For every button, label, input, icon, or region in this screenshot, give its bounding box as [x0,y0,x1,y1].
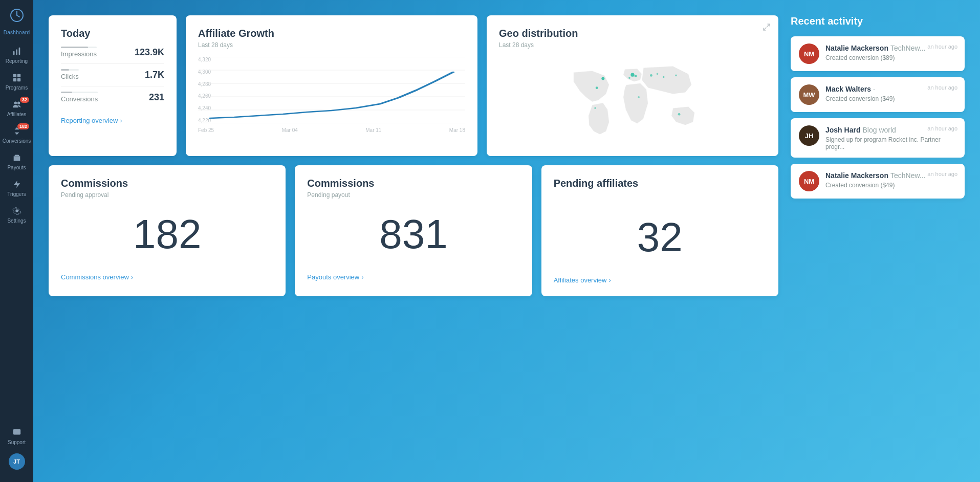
conversions-row: Conversions 231 [61,86,164,108]
svg-rect-6 [17,78,20,81]
x-label-3: Mar 18 [449,127,465,133]
sidebar-item-label: Affiliates [7,112,27,117]
svg-point-26 [638,96,640,98]
affiliate-growth-card: Affiliate Growth Last 28 days 4,320 4,30… [186,15,477,156]
svg-rect-1 [16,49,17,55]
reporting-overview-link[interactable]: Reporting overview › [61,117,164,124]
sidebar-item-triggers[interactable]: Triggers [0,174,33,201]
payouts-overview-link[interactable]: Payouts overview › [307,273,519,281]
payouts-overview-arrow: › [361,273,363,281]
activity-panel: Recent activity NMNatalie MackersonTechN… [791,15,965,467]
svg-point-9 [16,158,18,160]
commissions-overview-link[interactable]: Commissions overview › [61,273,273,281]
pending-affiliates-value: 32 [554,191,766,268]
pending-affiliates-title: Pending affiliates [554,178,766,189]
sidebar-support-label: Support [8,440,26,445]
sidebar-item-reporting[interactable]: Reporting [0,41,33,68]
conversions-bar-fill [61,92,72,93]
conversions-badge: 182 [17,123,29,129]
sidebar-item-programs[interactable]: Programs [0,68,33,95]
affiliates-badge: 32 [20,97,29,103]
activity-time: an hour ago [927,125,957,132]
settings-icon [11,205,23,216]
svg-rect-4 [17,74,20,77]
commissions-overview-label: Commissions overview [61,273,129,281]
activity-name: Natalie Mackerson [825,171,888,180]
top-row: Today Impressions 123.9K [49,15,778,156]
x-label-0: Feb 25 [198,127,214,133]
sidebar-item-label: Settings [7,218,26,224]
sidebar-item-label: Reporting [6,58,28,64]
sidebar-item-label: Programs [6,85,28,91]
activity-avatar: JH [799,125,819,146]
triggers-icon [11,179,23,190]
growth-subtitle: Last 28 days [198,41,465,49]
impressions-bar [61,47,97,48]
activity-company: TechNew... [890,171,925,180]
app-logo[interactable] [8,6,26,25]
affiliates-overview-link[interactable]: Affiliates overview › [554,276,766,284]
today-title: Today [61,28,164,39]
conversions-value: 231 [149,92,164,103]
geo-map [499,57,766,144]
clicks-value: 1.7K [145,70,164,80]
activity-name: Natalie Mackerson [825,44,888,52]
sidebar-item-payouts[interactable]: Payouts [0,148,33,174]
svg-point-21 [635,75,637,77]
svg-point-7 [14,102,16,104]
activity-name: Josh Hard [825,126,860,134]
growth-title: Affiliate Growth [198,28,465,39]
svg-point-20 [628,77,630,79]
commissions-approval-card: Commissions Pending approval 182 Commiss… [49,165,286,296]
payouts-icon [11,152,23,163]
reporting-overview-label: Reporting overview [61,117,118,124]
conversions-bar [61,92,98,93]
activity-avatar: NM [799,171,819,191]
svg-point-8 [17,102,19,104]
activity-company: TechNew... [890,44,925,52]
activity-description: Created conversion ($49) [825,182,956,189]
support-icon [11,427,23,438]
commissions-payout-subtitle: Pending payout [307,191,519,199]
app-name: Dashboard [4,30,30,35]
conversions-label: Conversions [61,95,98,103]
commissions-payout-value: 831 [307,199,519,265]
activity-description: Signed up for program Rocket inc. Partne… [825,136,956,150]
activity-title: Recent activity [791,15,965,27]
affiliates-overview-label: Affiliates overview [554,276,607,284]
growth-chart-svg [198,57,465,123]
activity-list: NMNatalie MackersonTechNew...Created con… [791,36,965,199]
activity-time: an hour ago [927,43,957,50]
sidebar-item-settings[interactable]: Settings [0,201,33,228]
user-avatar[interactable]: JT [9,453,25,470]
chart-x-labels: Feb 25 Mar 04 Mar 11 Mar 18 [198,127,465,133]
svg-rect-3 [13,74,16,77]
clicks-bar-fill [61,69,69,71]
x-label-2: Mar 11 [365,127,381,133]
svg-rect-5 [13,78,16,81]
pending-affiliates-card: Pending affiliates 32 Affiliates overvie… [541,165,778,296]
svg-rect-0 [13,51,14,55]
geo-title: Geo distribution [499,28,766,39]
sidebar-item-support[interactable]: Support [8,423,26,449]
activity-avatar: NM [799,43,819,64]
sidebar-item-affiliates[interactable]: Affiliates 32 [0,95,33,121]
impressions-bar-fill [61,47,88,48]
reporting-icon [11,46,23,57]
geo-distribution-card: Geo distribution Last 28 days [487,15,778,156]
svg-rect-10 [13,429,20,435]
clicks-row: Clicks 1.7K [61,64,164,86]
commissions-approval-title: Commissions [61,178,273,189]
sidebar: Dashboard Reporting Programs Affiliates … [0,0,33,482]
svg-point-19 [630,73,634,77]
activity-company: Blog world [862,126,896,134]
world-map-svg [499,57,766,144]
svg-point-18 [596,86,598,89]
sidebar-item-conversions[interactable]: Conversions 182 [0,121,33,148]
activity-item: MWMack Walters·Created conversion ($49)a… [791,77,965,112]
reporting-overview-arrow: › [120,117,122,124]
commissions-approval-subtitle: Pending approval [61,191,273,199]
geo-expand-icon[interactable] [763,24,770,32]
sidebar-item-label: Payouts [7,165,26,170]
svg-rect-2 [18,48,20,55]
